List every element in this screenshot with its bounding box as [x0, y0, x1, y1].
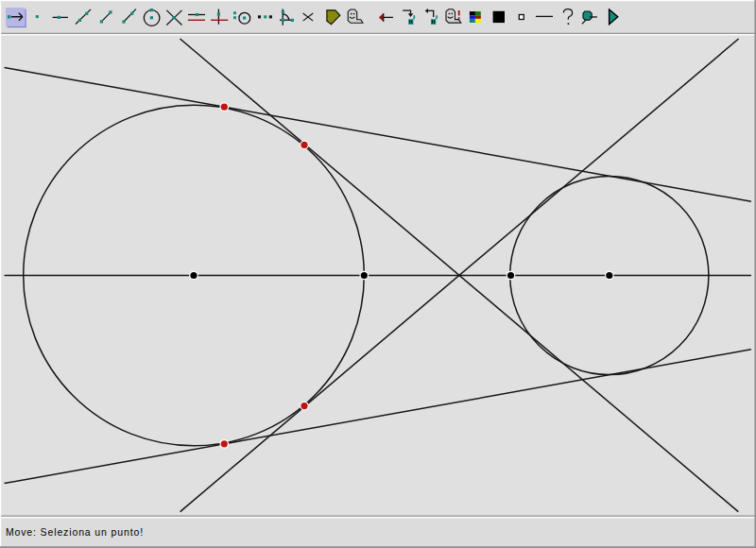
svg-text:Move: Seleziona un punto!: Move: Seleziona un punto! — [6, 526, 144, 538]
